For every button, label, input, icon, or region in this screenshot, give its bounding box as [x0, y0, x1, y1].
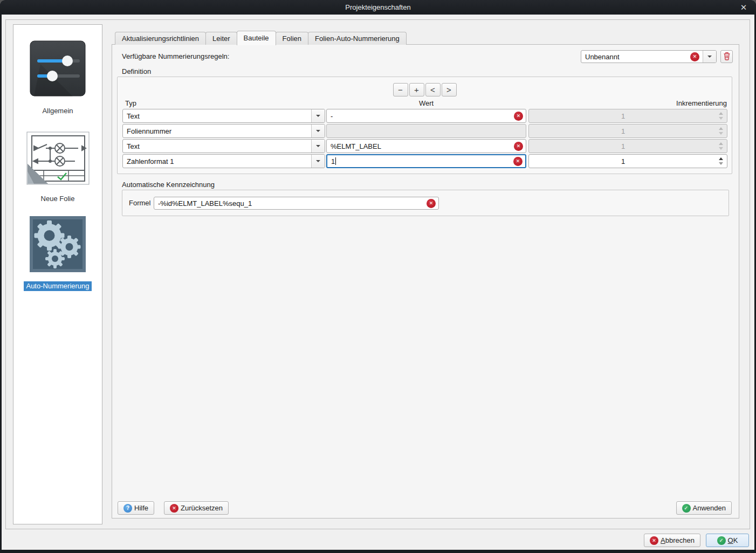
- row-nav-toolbar: − + < >: [118, 83, 732, 96]
- clear-wert-button[interactable]: [514, 112, 523, 121]
- titlebar: Projekteigenschaften: [0, 0, 756, 15]
- close-icon[interactable]: [737, 0, 751, 15]
- spin-up-button[interactable]: [719, 157, 723, 160]
- typ-select-row-1[interactable]: Text: [122, 109, 325, 123]
- chevron-down-icon: [316, 145, 320, 147]
- plus-icon: +: [414, 85, 419, 94]
- add-row-button[interactable]: +: [409, 83, 424, 96]
- spinner-arrows: [716, 110, 726, 122]
- help-icon: [123, 504, 132, 513]
- ok-button[interactable]: OK: [706, 534, 749, 547]
- remove-row-button[interactable]: −: [393, 83, 408, 96]
- chevron-down-icon: [316, 130, 320, 132]
- wert-input-row-1[interactable]: -: [326, 109, 526, 123]
- typ-select-row-4[interactable]: Zahlenformat 1: [122, 154, 325, 168]
- spinner-arrows: [716, 125, 726, 137]
- clear-wert-button[interactable]: [513, 157, 523, 166]
- definition-groupbox: − + < > Typ Wert Inkrementierung Text - …: [117, 77, 732, 174]
- spin-up-icon: [719, 127, 723, 130]
- sidebar-list: Allgemein: [13, 24, 102, 524]
- spinner-arrows: [716, 155, 726, 167]
- delete-rule-button[interactable]: [720, 50, 733, 63]
- spin-down-icon: [719, 147, 723, 150]
- previous-button[interactable]: <: [425, 83, 441, 96]
- column-header-wert: Wert: [326, 99, 526, 107]
- trash-icon: [723, 52, 731, 62]
- help-button[interactable]: Hilfe: [118, 501, 154, 515]
- spin-down-icon: [719, 132, 723, 135]
- tab-folien[interactable]: Folien: [276, 32, 308, 45]
- spinner-arrows: [716, 140, 726, 152]
- spin-down-icon: [719, 117, 723, 120]
- spin-up-icon: [719, 142, 723, 145]
- reset-button[interactable]: Zurücksetzen: [164, 501, 229, 515]
- sidebar-item-auto-nummerierung[interactable]: Auto-Nummerierung: [13, 216, 102, 291]
- clear-rules-button[interactable]: [690, 52, 699, 61]
- dropdown-button[interactable]: [311, 140, 325, 153]
- typ-select-row-2[interactable]: Foliennummer: [122, 124, 325, 138]
- chevron-down-icon: [707, 56, 712, 58]
- wert-input-row-3[interactable]: %ELMT_LABEL: [326, 139, 526, 153]
- rules-dropdown-button[interactable]: [703, 51, 716, 63]
- rules-label: Verfügbare Nummerierungsregeln:: [122, 52, 229, 61]
- formel-input[interactable]: -%id%ELMT_LABEL%sequ_1: [154, 197, 439, 210]
- sidebar-item-allgemein[interactable]: Allgemein: [13, 40, 102, 115]
- bauteile-tab-panel: Verfügbare Nummerierungsregeln: Unbenann…: [112, 44, 739, 519]
- clear-formel-button[interactable]: [427, 199, 436, 208]
- check-icon: [682, 504, 691, 513]
- spin-down-button[interactable]: [719, 162, 723, 165]
- sidebar-item-label: Auto-Nummerierung: [24, 281, 91, 291]
- definition-label: Definition: [122, 67, 151, 76]
- check-icon: [717, 536, 726, 545]
- tab-aktualisierungsrichtlinien[interactable]: Aktualisierungsrichtlinien: [115, 32, 206, 45]
- increment-spinbox-row-3: 1: [528, 139, 727, 153]
- chevron-right-icon: >: [446, 85, 451, 94]
- chevron-down-icon: [316, 160, 320, 162]
- formel-label: Formel: [129, 199, 150, 207]
- typ-select-row-3[interactable]: Text: [122, 139, 325, 153]
- sidebar-item-label: Neue Folie: [41, 195, 75, 203]
- dropdown-button[interactable]: [311, 125, 325, 137]
- chevron-down-icon: [316, 115, 320, 117]
- tab-bauteile[interactable]: Bauteile: [237, 31, 276, 45]
- rules-combobox[interactable]: Unbenannt: [581, 50, 717, 63]
- tab-bar: Aktualisierungsrichtlinien Leiter Bautei…: [115, 30, 406, 45]
- dropdown-button[interactable]: [311, 155, 325, 168]
- gears-icon: [30, 216, 86, 274]
- next-button[interactable]: >: [442, 83, 457, 96]
- sidebar-item-neue-folie[interactable]: Neue Folie: [13, 132, 102, 203]
- sliders-icon: [30, 40, 86, 98]
- cancel-icon: [170, 504, 178, 513]
- increment-spinbox-row-2: 1: [528, 124, 727, 138]
- increment-spinbox-row-4[interactable]: 1: [528, 154, 727, 168]
- column-header-inkrementierung: Inkrementierung: [676, 99, 727, 107]
- auto-kennzeichnung-label: Automatische Kennzeichnung: [122, 181, 215, 189]
- increment-spinbox-row-1: 1: [528, 109, 727, 123]
- spin-up-icon: [719, 112, 723, 115]
- cancel-button[interactable]: Abbrechen: [644, 534, 700, 547]
- dropdown-button[interactable]: [311, 109, 325, 122]
- minus-icon: −: [398, 85, 403, 94]
- tab-leiter[interactable]: Leiter: [205, 32, 237, 45]
- dialog-window: Projekteigenschaften: [0, 0, 756, 553]
- wert-input-row-4[interactable]: 1: [326, 154, 526, 168]
- apply-button[interactable]: Anwenden: [676, 501, 732, 515]
- schematic-page-icon: [26, 132, 90, 186]
- tab-folien-auto-nummerierung[interactable]: Folien-Auto-Nummerierung: [308, 32, 407, 45]
- column-header-typ: Typ: [125, 99, 136, 107]
- wert-input-row-2: [326, 124, 526, 138]
- sidebar-item-label: Allgemein: [42, 107, 73, 115]
- chevron-left-icon: <: [430, 85, 435, 94]
- cancel-icon: [650, 536, 658, 545]
- window-title: Projekteigenschaften: [345, 3, 410, 11]
- clear-wert-button[interactable]: [514, 142, 523, 151]
- text-cursor: [335, 157, 336, 165]
- auto-kennzeichnung-groupbox: Formel -%id%ELMT_LABEL%sequ_1: [122, 190, 729, 216]
